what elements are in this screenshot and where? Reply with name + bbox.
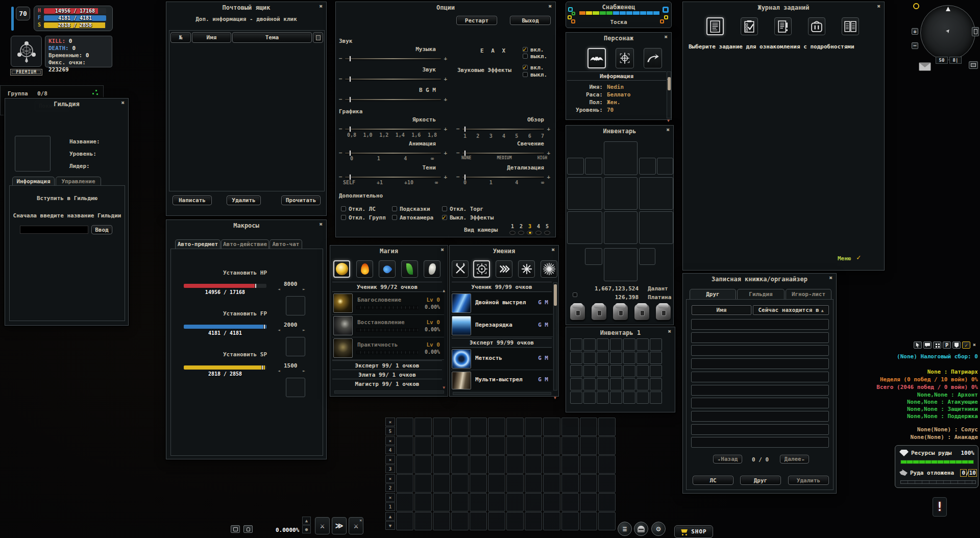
macro-slot[interactable]: [598, 455, 616, 474]
mailbox-col-name[interactable]: Имя: [192, 32, 231, 43]
equip-slot-shield[interactable]: [639, 177, 673, 210]
inventory-slot[interactable]: [610, 365, 622, 377]
macro-slot[interactable]: [488, 455, 505, 474]
bag-tab-icon[interactable]: [570, 304, 585, 320]
inventory-slot[interactable]: [636, 352, 649, 364]
organizer-back-button[interactable]: Назад: [713, 455, 742, 463]
inventory-slot[interactable]: [597, 365, 609, 377]
macro-slot[interactable]: [414, 455, 432, 474]
edge-panel-icon[interactable]: [969, 61, 978, 69]
equip-slot-small[interactable]: [567, 158, 584, 175]
hp-decrease-icon[interactable]: [278, 283, 280, 292]
macro-slot[interactable]: [561, 512, 579, 530]
shield-toggle-icon[interactable]: [952, 341, 961, 349]
friend-list-row[interactable]: [691, 358, 829, 369]
magic-school-nature-icon[interactable]: [401, 260, 418, 278]
macro-slot[interactable]: [598, 474, 616, 493]
sfx-on-checkbox[interactable]: [523, 65, 528, 70]
macro-slot[interactable]: [470, 512, 487, 530]
friend-list-row[interactable]: [691, 437, 829, 448]
stop-attack-macro-icon[interactable]: ⚔✕: [349, 517, 363, 534]
close-icon[interactable]: ✖: [319, 222, 323, 227]
macro-slot[interactable]: [433, 493, 450, 511]
macro-slot[interactable]: [451, 418, 469, 436]
shop-button[interactable]: SHOP: [674, 525, 713, 538]
macro-slot[interactable]: [433, 512, 450, 530]
chat-row-delete-icon[interactable]: ×: [385, 436, 395, 445]
equip-slot-boots[interactable]: [639, 211, 673, 244]
mail-icon[interactable]: [919, 62, 931, 71]
inventory-slot[interactable]: [570, 378, 582, 390]
character-title[interactable]: Персонаж: [575, 35, 662, 42]
skill-tab-speed-icon[interactable]: [496, 260, 512, 278]
menu-check-icon[interactable]: ✓: [856, 253, 861, 261]
grid-scroll-down-icon[interactable]: ▼: [385, 521, 395, 530]
party-toggle-button[interactable]: P: [943, 341, 951, 349]
skill-row[interactable]: Мульти-выстрел G M: [451, 371, 553, 390]
mailbox-col-subject[interactable]: Тема: [232, 32, 312, 43]
skill-row[interactable]: Перезарядка G M: [451, 315, 553, 337]
inventory-slot[interactable]: [650, 392, 662, 404]
guild-tab-manage[interactable]: Управление: [56, 177, 101, 185]
character-return-icon[interactable]: [644, 48, 662, 68]
macro-slot[interactable]: [451, 436, 469, 455]
inventory-slot[interactable]: [570, 352, 582, 364]
fp-decrease-icon[interactable]: [278, 324, 280, 333]
minimap-zoom-in-button[interactable]: +: [912, 28, 918, 35]
macros-tab-auto-action[interactable]: Авто-действие: [221, 239, 269, 249]
camera-option-5[interactable]: 5: [546, 224, 549, 229]
organizer-tab-ignore[interactable]: Игнор-лист: [786, 289, 831, 299]
macro-slot[interactable]: [414, 436, 432, 455]
macro-slot[interactable]: [525, 493, 542, 511]
inventory-slot[interactable]: [597, 392, 609, 404]
inventory-slot[interactable]: [636, 338, 649, 351]
macro-slot[interactable]: [543, 436, 560, 455]
macro-slot[interactable]: [451, 493, 469, 511]
guild-tab-info[interactable]: Информация: [12, 177, 55, 185]
skills-hscroll[interactable]: [453, 392, 551, 395]
organizer-friend-button[interactable]: Друг: [740, 476, 781, 485]
macro-slot[interactable]: [488, 436, 505, 455]
equip-slot-armor[interactable]: [604, 177, 638, 210]
macros-tab-auto-item[interactable]: Авто-предмет: [175, 239, 220, 249]
macro-slot[interactable]: [506, 418, 524, 436]
macro-slot[interactable]: [506, 474, 524, 493]
inventory-slot[interactable]: [610, 338, 622, 351]
disable-effects-checkbox[interactable]: [442, 215, 447, 220]
macro-slot[interactable]: [506, 512, 524, 530]
equip-slot-small[interactable]: [585, 248, 602, 265]
macro-sp-slider-thumb[interactable]: [261, 365, 263, 370]
macro-slot[interactable]: [433, 418, 450, 436]
inventory-slot[interactable]: [623, 392, 635, 404]
friend-list-row[interactable]: [691, 319, 829, 330]
guild-enter-button[interactable]: Ввод: [91, 225, 112, 234]
macro-slot[interactable]: [543, 512, 560, 530]
autocamera-checkbox[interactable]: [392, 215, 397, 220]
close-icon[interactable]: ✖: [668, 329, 671, 334]
macro-slot[interactable]: [396, 512, 413, 530]
macro-fp-bar[interactable]: [184, 325, 266, 329]
skill-row[interactable]: Меткость G M: [451, 348, 553, 370]
scroll-up-icon[interactable]: [667, 72, 670, 82]
magic-tier-header[interactable]: Ученик 99/72 очков: [332, 284, 442, 290]
macro-slot[interactable]: [396, 418, 413, 436]
macro-slot[interactable]: [488, 512, 505, 530]
camera-option-4[interactable]: 4: [537, 224, 540, 229]
magic-school-light-icon[interactable]: [333, 260, 350, 278]
inventory-slot[interactable]: [583, 392, 596, 404]
inventory-slot[interactable]: [597, 378, 609, 390]
options-title[interactable]: Опции: [345, 4, 546, 11]
spell-row[interactable]: Восстановление Lv 0 0.00%: [332, 315, 444, 337]
equip-slot-small[interactable]: [639, 158, 656, 175]
character-info-header[interactable]: Информация: [567, 73, 666, 80]
restart-button[interactable]: Рестарт: [456, 16, 497, 25]
camera-radio-4[interactable]: [535, 231, 542, 235]
macro-slot[interactable]: [580, 474, 597, 493]
macro-slot[interactable]: [470, 436, 487, 455]
skills-tier2-header[interactable]: Эксперт 99/99 очков: [452, 339, 552, 346]
macro-slot[interactable]: [598, 493, 616, 511]
close-icon[interactable]: ✖: [877, 4, 880, 9]
macro-slot[interactable]: [580, 512, 597, 530]
macro-slot[interactable]: [525, 512, 542, 530]
magic-hscroll[interactable]: [334, 390, 444, 394]
